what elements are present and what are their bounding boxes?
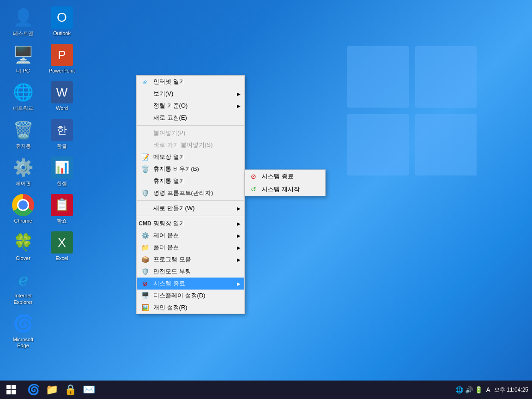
menu-item-new[interactable]: ▶ 새로 만들기(W) (137, 202, 244, 214)
edge-label: Microsoft Edge (6, 337, 40, 349)
network-icon: 🌐 (12, 81, 34, 103)
taskbar-security[interactable]: 🔒 (61, 381, 79, 399)
volume-tray-icon[interactable]: 🔊 (465, 386, 473, 393)
menu-item-cmd-open[interactable]: CMD ▶ 명령창 열기 (137, 218, 244, 230)
edge-icon: 🌀 (12, 313, 34, 335)
menu-label-cmd-admin: 명령 프롬프트(관리자) (153, 189, 213, 197)
menu-item-program-asm[interactable]: 📦 ▶ 프로그램 모음 (137, 254, 244, 266)
testman-icon: 👤 (12, 6, 34, 29)
menu-label-program-asm: 프로그램 모음 (153, 255, 191, 264)
desktop-icon-outlook[interactable]: O Outlook (43, 5, 80, 38)
new-arrow: ▶ (237, 206, 241, 211)
desktop-icon-word[interactable]: W Word (43, 79, 80, 113)
start-button[interactable] (0, 381, 22, 399)
tray-time: 오후 11:04:25 (494, 387, 528, 393)
folder-option-icon: 📁 (140, 243, 150, 252)
submenu-label-shutdown: 시스템 종료 (262, 172, 294, 181)
svg-rect-0 (347, 46, 409, 108)
ie-menu-icon: ℯ (140, 77, 150, 86)
menu-item-folder-option[interactable]: 📁 ▶ 폴더 옵션 (137, 242, 244, 254)
control-option-icon: ⚙️ (140, 231, 150, 240)
hangul-label: 한글 (57, 143, 67, 149)
hansel-label: 한셀 (57, 181, 67, 187)
menu-label-personal: 개인 설정(R) (153, 303, 187, 312)
chrome-icon (12, 194, 34, 216)
desktop: 👤 테스트맨 O Outlook 🖥️ 내 PC P PowerPoint 🌐 (0, 0, 532, 399)
menu-item-sort[interactable]: ▶ 정렬 기준(O) (137, 100, 244, 112)
sys-restart-icon: ↺ (249, 185, 258, 194)
excel-label: Excel (56, 255, 68, 261)
folder-arrow: ▶ (237, 245, 241, 250)
taskbar-edge[interactable]: 🌀 (24, 381, 42, 399)
desktop-icon-clover[interactable]: 🍀 Clover (5, 230, 42, 263)
menu-item-notepad[interactable]: 📝 메모장 열기 (137, 151, 244, 163)
view-arrow: ▶ (237, 91, 241, 97)
cmd-arrow: ▶ (237, 221, 241, 226)
menu-item-cmd-admin[interactable]: 🛡️ 명령 프롬프트(관리자) (137, 187, 244, 199)
menu-item-paste-shortcut[interactable]: 바로 가기 붙여넣기(S) (137, 139, 244, 151)
battery-tray-icon: 🔋 (475, 386, 483, 393)
control-arrow: ▶ (237, 233, 241, 238)
menu-item-paste[interactable]: 붙여넣기(P) (137, 127, 244, 139)
personal-icon: 🖼️ (140, 303, 150, 312)
desktop-icon-network[interactable]: 🌐 네트워크 (5, 79, 42, 113)
safemode-icon: 🛡️ (140, 267, 150, 276)
desktop-icon-mypc[interactable]: 🖥️ 내 PC (5, 42, 42, 76)
svg-rect-4 (6, 385, 11, 389)
menu-label-control-option: 제어 옵션 (153, 231, 179, 240)
hangul-icon: 한 (51, 119, 73, 141)
submenu-item-restart[interactable]: ↺ 시스템 재시작 (245, 183, 325, 196)
desktop-icon-powerpoint[interactable]: P PowerPoint (43, 42, 80, 76)
desktop-icon-testman[interactable]: 👤 테스트맨 (5, 5, 42, 38)
menu-label-safemode: 안전모드 부팅 (153, 267, 191, 276)
shutdown-arrow: ▶ (237, 281, 241, 286)
clover-icon: 🍀 (12, 231, 34, 254)
menu-label-display: 디스플레이 설정(D) (153, 291, 206, 300)
network-tray-icon[interactable]: 🌐 (455, 386, 463, 393)
menu-label-notepad: 메모장 열기 (153, 153, 185, 161)
desktop-icon-excel[interactable]: X Excel (43, 230, 80, 263)
desktop-icon-control[interactable]: ⚙️ 제어판 (5, 155, 42, 188)
svg-rect-5 (12, 385, 16, 389)
desktop-icons: 👤 테스트맨 O Outlook 🖥️ 내 PC P PowerPoint 🌐 (0, 0, 85, 359)
taskbar-mail[interactable]: ✉️ (79, 381, 98, 399)
trash-label: 휴지통 (16, 143, 31, 149)
shutdown-icon: ⊘ (140, 279, 150, 288)
menu-item-open-trash[interactable]: 휴지통 열기 (137, 175, 244, 187)
menu-item-shutdown[interactable]: ⊘ ▶ 시스템 종료 (137, 278, 244, 290)
desktop-icon-hansel[interactable]: 📊 한셀 (43, 155, 80, 188)
tray-clock[interactable]: 오후 11:04:25 (494, 386, 528, 394)
hanso-label: 한쇼 (57, 218, 67, 224)
desktop-icon-edge[interactable]: 🌀 Microsoft Edge (5, 311, 42, 351)
menu-item-safemode[interactable]: 🛡️ 안전모드 부팅 (137, 266, 244, 278)
ie-label: InternetExplorer (14, 293, 33, 305)
menu-item-empty-trash[interactable]: 🗑️ 휴지통 비우기(B) (137, 163, 244, 175)
taskbar-explorer[interactable]: 📁 (42, 381, 61, 399)
program-arrow: ▶ (237, 257, 241, 262)
svg-rect-2 (347, 114, 409, 175)
separator-2 (137, 200, 244, 201)
tray-icons: 🌐 🔊 🔋 (455, 386, 483, 393)
word-label: Word (56, 105, 68, 111)
language-indicator[interactable]: A (486, 386, 490, 393)
desktop-icon-hanso[interactable]: 📋 한쇼 (43, 192, 80, 226)
menu-label-paste-shortcut: 바로 가기 붙여넣기(S) (153, 141, 213, 149)
submenu-item-shutdown[interactable]: ⊘ 시스템 종료 (245, 170, 325, 183)
desktop-icon-trash[interactable]: 🗑️ 휴지통 (5, 117, 42, 151)
sys-shutdown-icon: ⊘ (249, 172, 258, 181)
menu-label-view: 보기(V) (153, 90, 173, 98)
sort-arrow: ▶ (237, 103, 241, 109)
menu-item-open-internet[interactable]: ℯ 인터넷 열기 (137, 76, 244, 88)
desktop-icon-chrome[interactable]: Chrome (5, 192, 42, 226)
menu-item-display[interactable]: 🖥️ 디스플레이 설정(D) (137, 290, 244, 302)
menu-label-sort: 정렬 기준(O) (153, 102, 187, 110)
menu-label-paste: 붙여넣기(P) (153, 129, 185, 137)
menu-label-open-internet: 인터넷 열기 (153, 78, 185, 86)
menu-item-control-option[interactable]: ⚙️ ▶ 제어 옵션 (137, 230, 244, 242)
menu-item-refresh[interactable]: 새로 고침(E) (137, 112, 244, 124)
menu-item-personal[interactable]: 🖼️ 개인 설정(R) (137, 302, 244, 314)
windows-logo (347, 46, 477, 175)
menu-item-view[interactable]: ▶ 보기(V) (137, 88, 244, 100)
desktop-icon-hangul[interactable]: 한 한글 (43, 117, 80, 151)
desktop-icon-ie[interactable]: ℯ InternetExplorer (5, 267, 42, 307)
